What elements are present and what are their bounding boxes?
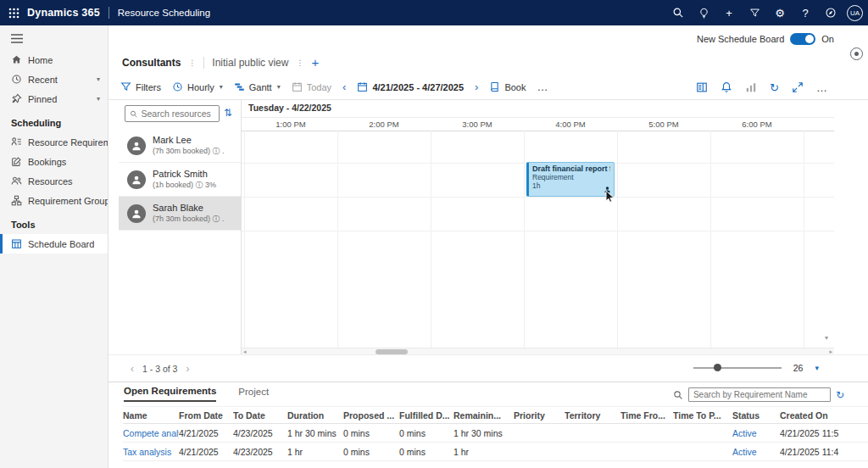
board-footer-strip: ‹ 1 - 3 of 3 › 26 ▾ (108, 354, 868, 382)
help-icon[interactable]: ? (793, 0, 818, 25)
cell-status: Active (732, 447, 780, 457)
next-period-icon[interactable]: › (475, 81, 478, 93)
resource-row-mark-lee[interactable]: Mark Lee (7h 30m booked) ⓘ . (119, 129, 241, 163)
chevron-down-icon[interactable]: ▾ (97, 75, 100, 83)
page-next-icon[interactable]: › (186, 363, 189, 375)
new-board-toggle-state: On (821, 34, 834, 44)
add-board-tab-icon[interactable]: + (311, 56, 319, 69)
zoom-value: 26 (793, 363, 804, 373)
sidebar-item-requirement-groups[interactable]: Requirement Groups (0, 191, 108, 210)
user-avatar[interactable]: UA (847, 5, 863, 21)
column-header[interactable]: Status (732, 410, 780, 421)
tab-initial-public-view[interactable]: Initial public view (212, 57, 288, 69)
column-header[interactable]: Priority (514, 410, 565, 421)
sidebar-item-recent[interactable]: Recent ▾ (0, 70, 108, 89)
filters-label: Filters (136, 82, 161, 92)
today-button[interactable]: Today (292, 81, 331, 92)
sidebar-item-schedule-board[interactable]: Schedule Board (0, 234, 108, 254)
compass-icon[interactable] (818, 0, 843, 25)
resource-search-box (125, 105, 220, 122)
gantt-view-button[interactable]: Gantt ▾ (234, 81, 281, 92)
tab-options-icon[interactable]: ⋮ (188, 58, 196, 67)
tab-project[interactable]: Project (238, 387, 269, 401)
lightbulb-icon[interactable] (691, 0, 716, 25)
requirement-search-input[interactable] (688, 387, 831, 402)
hourly-scale-button[interactable]: Hourly ▾ (172, 81, 223, 92)
refresh-icon[interactable]: ↻ (836, 389, 844, 401)
tab-options-icon[interactable]: ⋮ (296, 58, 303, 67)
sidebar-group-scheduling: Scheduling (0, 109, 108, 132)
booking-block[interactable]: Draft financial report for Requirement 1… (526, 162, 615, 197)
grid-scroll-down-icon[interactable]: ▾ (825, 334, 828, 342)
zoom-slider[interactable] (693, 363, 782, 373)
time-label: 5:00 PM (617, 120, 710, 129)
column-header[interactable]: Fulfilled D... (399, 410, 453, 421)
column-header[interactable]: From Date (179, 410, 233, 421)
app-title[interactable]: Dynamics 365 (27, 7, 100, 19)
refresh-icon[interactable]: ↻ (770, 81, 779, 94)
zoom-slider-track[interactable] (693, 367, 782, 369)
sidebar-item-pinned[interactable]: Pinned ▾ (0, 89, 108, 109)
filter-funnel-icon[interactable] (742, 0, 767, 25)
requirement-name-link[interactable]: Tax analysis (123, 447, 179, 457)
chevron-down-icon: ▾ (220, 83, 223, 91)
previous-period-icon[interactable]: ‹ (342, 81, 346, 93)
requirement-name-link[interactable]: Compete analy (123, 428, 179, 438)
sidebar-item-label: Schedule Board (28, 239, 94, 249)
requirement-row[interactable]: Compete analy 4/21/2025 4/23/2025 1 hr 3… (123, 424, 868, 443)
sidebar-item-resource-requirements[interactable]: Resource Requireme... (0, 132, 108, 152)
book-button[interactable]: Book (489, 81, 526, 92)
sitemap-collapse-icon[interactable] (0, 25, 108, 50)
tab-consultants[interactable]: Consultants (122, 57, 181, 69)
column-header[interactable]: To Date (233, 410, 287, 421)
settings-gear-icon[interactable]: ⚙ (767, 0, 793, 25)
time-label: 4:00 PM (524, 120, 617, 129)
column-header[interactable]: Time Fro... (620, 410, 673, 421)
sidebar-item-home[interactable]: Home (0, 50, 108, 70)
sort-resources-icon[interactable]: ⇅ (224, 107, 232, 119)
column-header[interactable]: Created On (780, 410, 868, 421)
zoom-dropdown-icon[interactable]: ▾ (815, 364, 819, 372)
column-header[interactable]: Time To P... (673, 410, 732, 421)
requirement-row[interactable]: Tax analysis 4/21/2025 4/23/2025 1 hr 0 … (123, 443, 868, 461)
zoom-slider-knob[interactable] (714, 364, 721, 371)
time-label: 6:00 PM (710, 120, 804, 129)
grid-row-line (242, 197, 834, 198)
resource-row-sarah-blake[interactable]: Sarah Blake (7h 30m booked) ⓘ . (119, 197, 241, 231)
tab-open-requirements[interactable]: Open Requirements (124, 386, 216, 402)
column-header[interactable]: Proposed ... (343, 410, 399, 421)
alerts-bell-icon[interactable] (721, 81, 732, 93)
plus-icon[interactable]: + (716, 0, 742, 25)
more-options-icon[interactable]: … (816, 81, 827, 94)
resource-row-patrick-smith[interactable]: Patrick Smith (1h booked) ⓘ 3% (119, 163, 241, 197)
resource-detail: (1h booked) ⓘ 3% (153, 181, 216, 190)
column-header[interactable]: Duration (287, 410, 343, 421)
fullscreen-expand-icon[interactable] (792, 81, 804, 93)
page-previous-icon[interactable]: ‹ (131, 363, 134, 375)
resource-detail: (7h 30m booked) ⓘ . (153, 147, 225, 156)
waffle-menu-icon[interactable] (0, 0, 27, 25)
column-header[interactable]: Remainin... (453, 410, 514, 421)
sidebar-item-label: Home (28, 55, 53, 65)
cell-status: Active (732, 428, 780, 438)
resource-avatar (127, 170, 146, 189)
cell-to-date: 4/23/2025 (233, 447, 287, 457)
chevron-down-icon[interactable]: ▾ (97, 95, 100, 103)
column-header[interactable]: Territory (565, 410, 620, 421)
area-title[interactable]: Resource Scheduling (118, 8, 210, 18)
gantt-label: Gantt (249, 82, 272, 92)
assistant-circle-icon[interactable] (850, 47, 863, 60)
column-header[interactable]: Name (123, 410, 179, 421)
sidebar-item-bookings[interactable]: Bookings (0, 152, 108, 171)
resource-search-input[interactable] (142, 109, 214, 119)
new-board-toggle[interactable] (790, 33, 815, 45)
resource-avatar (127, 204, 146, 223)
analytics-icon[interactable] (745, 81, 757, 93)
toolbar-overflow-icon[interactable]: … (537, 81, 548, 93)
sidebar-item-resources[interactable]: Resources (0, 171, 108, 191)
date-range-button[interactable]: 4/21/2025 - 4/27/2025 (357, 81, 464, 92)
requirements-panel-icon[interactable] (696, 81, 708, 93)
grid-horizontal-scrollbar[interactable]: ◂ ▸ (242, 348, 834, 354)
search-icon[interactable] (665, 0, 691, 25)
filters-button[interactable]: Filters (120, 81, 161, 92)
